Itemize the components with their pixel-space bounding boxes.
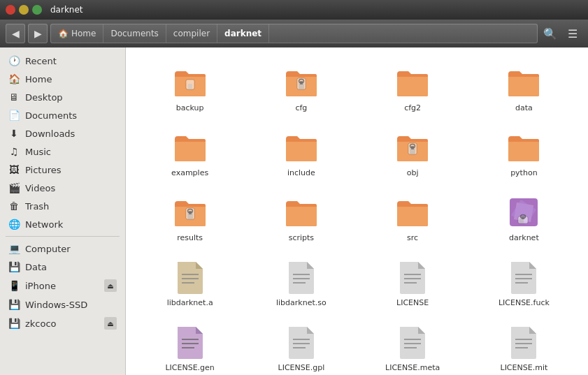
folder-icon-obj xyxy=(394,129,431,166)
file-item-scripts[interactable]: scripts xyxy=(248,189,354,248)
file-area: backup cfg xyxy=(126,47,588,375)
svg-rect-13 xyxy=(189,211,192,214)
file-icon-license xyxy=(394,259,431,295)
file-name-cfg: cfg xyxy=(295,103,307,112)
svg-rect-9 xyxy=(411,146,414,149)
folder-icon-cfg2 xyxy=(394,64,431,101)
svg-rect-1 xyxy=(188,84,192,89)
zkcoco-icon: 💾 xyxy=(8,318,20,329)
file-item-libdarknet-so[interactable]: libdarknet.so xyxy=(248,253,354,313)
sidebar-label-iphone: iPhone xyxy=(25,281,99,291)
pictures-icon: 🖼 xyxy=(8,164,20,175)
file-item-examples[interactable]: examples xyxy=(137,124,243,183)
file-item-license-gpl[interactable]: LICENSE.gpl xyxy=(248,318,354,375)
titlebar: darknet xyxy=(0,0,588,20)
file-item-license-mit[interactable]: LICENSE.mit xyxy=(471,318,577,375)
file-name-libdarknet-so: libdarknet.so xyxy=(276,298,327,307)
desktop-icon: 🖥 xyxy=(8,91,20,103)
file-name-license-gpl: LICENSE.gpl xyxy=(278,363,325,372)
sidebar-item-recent[interactable]: 🕐 Recent xyxy=(0,52,125,70)
file-item-data[interactable]: data xyxy=(471,59,577,118)
sidebar-label-documents: Documents xyxy=(25,110,117,121)
documents-icon: 📄 xyxy=(8,110,20,121)
file-item-src[interactable]: src xyxy=(360,189,466,248)
file-item-darknet[interactable]: darknet xyxy=(471,189,577,248)
sidebar-item-computer[interactable]: 💻 Computer xyxy=(0,240,125,258)
sidebar-item-iphone[interactable]: 📱 iPhone ⏏ xyxy=(0,276,125,295)
sidebar-label-desktop: Desktop xyxy=(25,92,117,103)
file-icon-license-mit xyxy=(505,324,542,360)
music-icon: ♫ xyxy=(8,146,20,157)
file-item-license[interactable]: LICENSE xyxy=(360,253,466,313)
view-button[interactable]: ☰ xyxy=(563,24,582,43)
file-name-examples: examples xyxy=(171,168,208,177)
file-name-results: results xyxy=(177,233,203,242)
file-item-license-gen[interactable]: LICENSE.gen xyxy=(137,318,243,375)
sidebar-item-windows-ssd[interactable]: 💾 Windows-SSD xyxy=(0,295,125,314)
file-name-libdarknet-a: libdarknet.a xyxy=(167,298,213,307)
back-button[interactable]: ◀ xyxy=(6,24,25,43)
minimize-button[interactable] xyxy=(19,5,29,15)
main-area: 🕐 Recent 🏠 Home 🖥 Desktop 📄 Documents ⬇ … xyxy=(0,47,588,375)
sidebar-label-downloads: Downloads xyxy=(25,128,117,139)
sidebar-label-zkcoco: zkcoco xyxy=(25,318,99,329)
sidebar-item-data[interactable]: 💾 Data xyxy=(0,258,125,276)
file-name-obj: obj xyxy=(407,168,419,177)
file-item-results[interactable]: results xyxy=(137,189,243,248)
breadcrumb-home[interactable]: 🏠 Home xyxy=(51,24,103,43)
iphone-eject-button[interactable]: ⏏ xyxy=(104,279,117,292)
sidebar-item-trash[interactable]: 🗑 Trash xyxy=(0,197,125,215)
file-item-python[interactable]: python xyxy=(471,124,577,183)
sidebar-item-music[interactable]: ♫ Music xyxy=(0,142,125,161)
folder-icon-python xyxy=(505,129,542,166)
breadcrumb-darknet-label: darknet xyxy=(224,29,261,38)
maximize-button[interactable] xyxy=(32,5,42,15)
breadcrumb-darknet[interactable]: darknet xyxy=(217,24,269,43)
breadcrumb-compiler[interactable]: compiler xyxy=(166,24,217,43)
svg-rect-20 xyxy=(522,216,524,219)
folder-icon-cfg xyxy=(283,64,320,101)
sidebar-divider-1 xyxy=(6,236,120,237)
file-item-include[interactable]: include xyxy=(248,124,354,183)
close-button[interactable] xyxy=(6,5,15,15)
zkcoco-eject-button[interactable]: ⏏ xyxy=(104,317,117,330)
sidebar-item-videos[interactable]: 🎬 Videos xyxy=(0,179,125,197)
data-icon: 💾 xyxy=(8,261,20,272)
home-icon: 🏠 xyxy=(8,73,20,84)
file-item-libdarknet-a[interactable]: libdarknet.a xyxy=(137,253,243,313)
forward-button[interactable]: ▶ xyxy=(28,24,48,43)
search-icon: 🔍 xyxy=(543,27,557,41)
sidebar-item-documents[interactable]: 📄 Documents xyxy=(0,106,125,124)
file-name-license-mit: LICENSE.mit xyxy=(501,363,548,372)
breadcrumb-documents[interactable]: Documents xyxy=(103,24,166,43)
network-icon: 🌐 xyxy=(8,219,20,230)
file-item-obj[interactable]: obj xyxy=(360,124,466,183)
windows-ssd-icon: 💾 xyxy=(8,299,20,310)
file-item-cfg2[interactable]: cfg2 xyxy=(360,59,466,118)
file-item-license-fuck[interactable]: LICENSE.fuck xyxy=(471,253,577,313)
sidebar-item-network[interactable]: 🌐 Network xyxy=(0,215,125,233)
sidebar-item-home[interactable]: 🏠 Home xyxy=(0,70,125,88)
file-item-backup[interactable]: backup xyxy=(137,59,243,118)
file-name-include: include xyxy=(287,168,315,177)
svg-rect-5 xyxy=(300,81,303,84)
recent-icon: 🕐 xyxy=(8,55,20,66)
file-name-license-meta: LICENSE.meta xyxy=(385,363,440,372)
sidebar-item-downloads[interactable]: ⬇ Downloads xyxy=(0,124,125,142)
view-icon: ☰ xyxy=(568,27,578,41)
folder-icon-include xyxy=(283,129,320,166)
file-name-darknet: darknet xyxy=(509,233,539,242)
breadcrumb: 🏠 Home Documents compiler darknet xyxy=(50,24,538,43)
sidebar-item-desktop[interactable]: 🖥 Desktop xyxy=(0,88,125,106)
sidebar-item-pictures[interactable]: 🖼 Pictures xyxy=(0,161,125,179)
file-item-license-meta[interactable]: LICENSE.meta xyxy=(360,318,466,375)
file-item-cfg[interactable]: cfg xyxy=(248,59,354,118)
breadcrumb-documents-label: Documents xyxy=(110,29,158,38)
sidebar-label-trash: Trash xyxy=(25,201,117,212)
sidebar-item-zkcoco[interactable]: 💾 zkcoco ⏏ xyxy=(0,314,125,333)
folder-icon-scripts xyxy=(283,194,320,230)
breadcrumb-home-label: Home xyxy=(71,29,96,38)
sidebar: 🕐 Recent 🏠 Home 🖥 Desktop 📄 Documents ⬇ … xyxy=(0,47,126,375)
sidebar-label-home: Home xyxy=(25,74,117,84)
search-button[interactable]: 🔍 xyxy=(540,24,560,43)
